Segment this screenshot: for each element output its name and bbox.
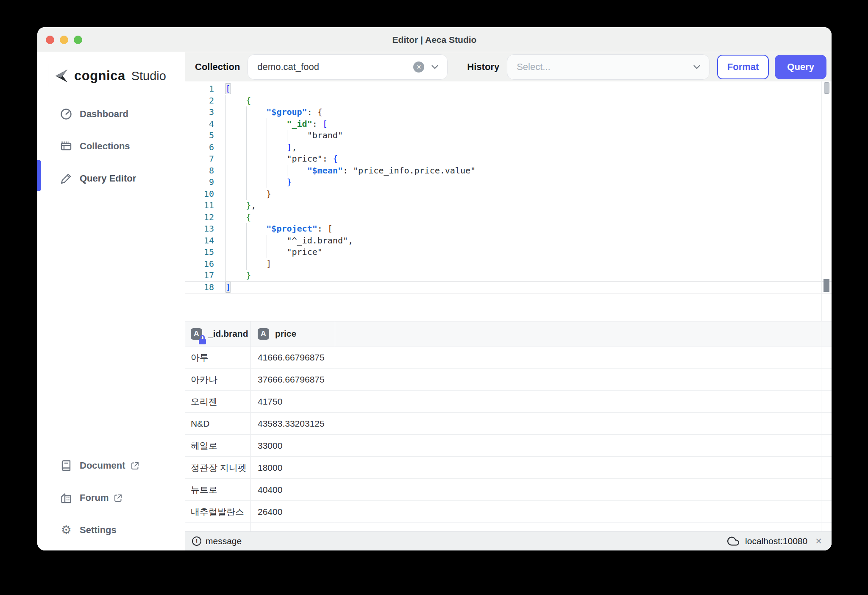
table-cell[interactable]: 아카나: [185, 369, 251, 390]
table-row[interactable]: 헤일로33000: [185, 435, 832, 457]
collections-icon: [59, 140, 73, 153]
code-line[interactable]: 1[: [185, 83, 832, 95]
sidebar-item-query-editor[interactable]: Query Editor: [37, 169, 185, 188]
cloud-icon: [727, 535, 739, 547]
sidebar-item-label: Query Editor: [80, 173, 136, 184]
code-line[interactable]: 15 "price": [185, 246, 832, 258]
table-cell[interactable]: 내추럴발란스: [185, 501, 251, 522]
indent-guide: [287, 165, 287, 177]
cell-value: 아카나: [191, 374, 217, 385]
table-cell-filler: [335, 413, 832, 434]
alert-circle-icon: !: [192, 536, 201, 546]
close-connection-icon[interactable]: ✕: [813, 536, 824, 546]
logo-brand: cognica: [74, 68, 125, 84]
collection-select[interactable]: demo.cat_food ✕: [248, 54, 448, 80]
external-link-icon: [131, 461, 139, 470]
table-cell[interactable]: N&D: [185, 413, 251, 434]
sidebar-item-settings[interactable]: ⚙ Settings: [37, 520, 185, 540]
table-row[interactable]: 뉴트로40400: [185, 479, 832, 501]
line-number: 7: [185, 153, 214, 165]
building-icon: [59, 492, 73, 504]
table-cell[interactable]: 33000: [251, 435, 335, 456]
table-cell[interactable]: 26400: [251, 501, 335, 522]
sidebar-item-collections[interactable]: Collections: [37, 137, 185, 156]
table-row[interactable]: 내추럴발란스26400: [185, 501, 832, 523]
line-number: 6: [185, 142, 214, 154]
cell-value: 뉴트로: [191, 484, 217, 496]
book-icon: [59, 459, 73, 472]
table-cell[interactable]: 41666.66796875: [251, 346, 335, 368]
code-line[interactable]: 8 "$mean": "price_info.price.value": [185, 165, 832, 177]
line-number: 10: [185, 188, 214, 200]
history-select[interactable]: Select...: [507, 54, 709, 80]
line-number: 1: [185, 83, 214, 95]
titlebar: Editor | Aeca Studio: [37, 27, 832, 52]
code-line[interactable]: 10 }: [185, 188, 832, 200]
table-row[interactable]: 아카나37666.66796875: [185, 369, 832, 391]
code-line[interactable]: 7 "price": {: [185, 153, 832, 165]
table-cell[interactable]: 오리젠: [185, 391, 251, 412]
cell-value: 26400: [258, 507, 282, 517]
table-row[interactable]: 정관장 지니펫18000: [185, 457, 832, 479]
query-button[interactable]: Query: [775, 55, 826, 79]
indent-guide: [267, 118, 267, 188]
editor-scrollbar-thumb[interactable]: [824, 82, 829, 94]
code-line[interactable]: 3 "$group": {: [185, 106, 832, 118]
code-line[interactable]: 6 ],: [185, 142, 832, 154]
code-line[interactable]: 4 "_id": [: [185, 118, 832, 130]
clear-collection-icon[interactable]: ✕: [413, 61, 424, 73]
code-line[interactable]: 2 {: [185, 95, 832, 107]
indent-guide: [246, 106, 247, 200]
column-type-icon: A: [258, 328, 269, 340]
query-code-editor[interactable]: 1[2 {3 "$group": {4 "_id": [5 "brand"6 ]…: [185, 81, 832, 321]
line-number: 16: [185, 258, 214, 270]
cell-value: 오리젠: [191, 396, 217, 408]
table-cell[interactable]: 뉴트로: [185, 479, 251, 500]
sidebar-item-document[interactable]: Document: [37, 456, 185, 475]
column-header-_id.brand[interactable]: A_id.brand: [185, 321, 251, 346]
code-line[interactable]: 5 "brand": [185, 130, 832, 142]
line-number: 3: [185, 106, 214, 118]
cell-value: 정관장 지니펫: [191, 462, 247, 474]
line-number: 14: [185, 235, 214, 247]
sidebar-item-dashboard[interactable]: Dashboard: [37, 104, 185, 124]
table-cell[interactable]: 37666.66796875: [251, 369, 335, 390]
cell-value: 41666.66796875: [258, 352, 325, 363]
gear-icon: ⚙: [59, 524, 73, 536]
table-cell[interactable]: 헤일로: [185, 435, 251, 456]
code-line[interactable]: 13 "$project": [: [185, 223, 832, 235]
table-cell[interactable]: 40400: [251, 479, 335, 500]
table-row[interactable]: N&D43583.33203125: [185, 413, 832, 435]
code-line[interactable]: 12 {: [185, 212, 832, 223]
sidebar-item-forum[interactable]: Forum: [37, 488, 185, 508]
table-cell: [185, 523, 251, 531]
brand-divider: [48, 64, 48, 87]
table-cell-filler: [335, 479, 832, 500]
table-cell-filler: [335, 346, 832, 368]
code-text: "brand": [225, 130, 343, 142]
table-cell[interactable]: 아투: [185, 346, 251, 368]
table-row[interactable]: 아투41666.66796875: [185, 346, 832, 369]
table-row[interactable]: 오리젠41750: [185, 391, 832, 413]
code-line[interactable]: 18]: [185, 282, 832, 293]
format-button[interactable]: Format: [717, 55, 769, 79]
table-cell[interactable]: 정관장 지니펫: [185, 457, 251, 478]
sidebar-item-label: Document: [80, 460, 125, 471]
code-text: {: [225, 95, 251, 107]
logo-suffix: Studio: [131, 69, 166, 83]
code-line[interactable]: 11 },: [185, 200, 832, 212]
code-line[interactable]: 16 ]: [185, 258, 832, 270]
table-cell[interactable]: 43583.33203125: [251, 413, 335, 434]
code-text: "_id": [: [225, 118, 328, 130]
table-row-partial[interactable]: [185, 523, 832, 531]
column-header-label: _id.brand: [208, 329, 248, 339]
dashboard-gauge-icon: [59, 108, 73, 120]
sidebar-item-label: Collections: [80, 141, 130, 152]
column-header-price[interactable]: Aprice: [251, 321, 335, 346]
code-text: [: [225, 83, 231, 95]
table-cell[interactable]: 41750: [251, 391, 335, 412]
code-line[interactable]: 9 }: [185, 176, 832, 188]
code-line[interactable]: 14 "^_id.brand",: [185, 235, 832, 247]
code-line[interactable]: 17 }: [185, 270, 832, 282]
table-cell[interactable]: 18000: [251, 457, 335, 478]
